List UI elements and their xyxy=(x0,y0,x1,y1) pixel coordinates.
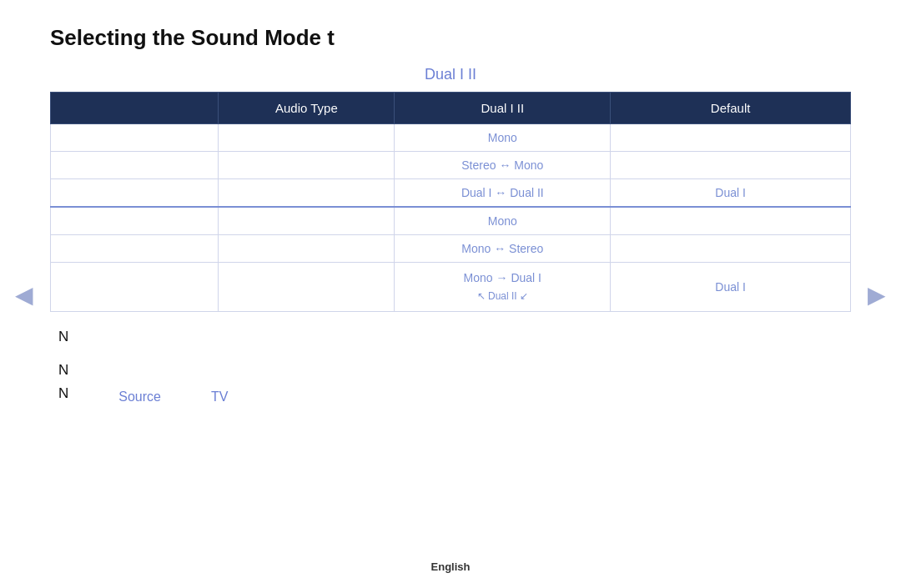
cell-row4-col3: Mono xyxy=(395,207,611,235)
nav-arrow-right[interactable]: ▶ xyxy=(868,280,886,308)
cell-row2-col1 xyxy=(51,152,219,179)
cell-row2-col3: Stereo ↔ Mono xyxy=(395,152,611,179)
page-subtitle: Dual I II xyxy=(50,66,851,83)
cell-row2-col4 xyxy=(611,152,851,179)
sound-mode-table: Audio Type Dual I II Default Mono Stereo… xyxy=(50,92,851,312)
table-row: Mono ↔ Stereo xyxy=(51,235,851,263)
notes-section: N N N Source TV xyxy=(58,329,851,409)
note-line-1: N xyxy=(58,329,851,345)
note-line-3: N xyxy=(58,385,68,402)
table-row: Dual I ↔ Dual II Dual I xyxy=(51,179,851,208)
table-row: Mono → Dual I ↖ Dual II ↙ Dual I xyxy=(51,263,851,312)
col-header-1 xyxy=(51,93,219,124)
col-header-dual: Dual I II xyxy=(395,93,611,124)
note-line-3-wrapper: N Source TV xyxy=(58,385,851,409)
cell-row6-col2 xyxy=(219,263,395,312)
cell-row1-col3: Mono xyxy=(395,124,611,152)
cell-row3-col4: Dual I xyxy=(611,179,851,208)
cell-row5-col3: Mono ↔ Stereo xyxy=(395,235,611,263)
col-header-default: Default xyxy=(611,93,851,124)
cell-row5-col4 xyxy=(611,235,851,263)
nav-arrow-left[interactable]: ◀ xyxy=(15,280,33,308)
col-header-audio-type: Audio Type xyxy=(219,93,395,124)
page-title: Selecting the Sound Mode t xyxy=(50,25,851,51)
table-row: Mono xyxy=(51,207,851,235)
page-container: ◀ ▶ Selecting the Sound Mode t Dual I II… xyxy=(0,0,901,588)
cell-row6-col4: Dual I xyxy=(611,263,851,312)
table-row: Mono xyxy=(51,124,851,152)
cell-row6-col3: Mono → Dual I ↖ Dual II ↙ xyxy=(395,263,611,312)
footer-language: English xyxy=(431,560,471,573)
tv-label: TV xyxy=(211,389,228,405)
cell-row3-col2 xyxy=(219,179,395,208)
cell-row1-col2 xyxy=(219,124,395,152)
cell-row5-col1 xyxy=(51,235,219,263)
note-line-2: N xyxy=(58,362,851,379)
cell-row5-col2 xyxy=(219,235,395,263)
source-label: Source xyxy=(118,389,161,405)
table-row: Stereo ↔ Mono xyxy=(51,152,851,179)
cell-row6-col1 xyxy=(51,263,219,312)
cell-row4-col4 xyxy=(611,207,851,235)
cell-row3-col3: Dual I ↔ Dual II xyxy=(395,179,611,208)
cell-row3-col1 xyxy=(51,179,219,208)
cell-row1-col1 xyxy=(51,124,219,152)
cell-row2-col2 xyxy=(219,152,395,179)
cell-row4-col2 xyxy=(219,207,395,235)
cell-row1-col4 xyxy=(611,124,851,152)
cell-row4-col1 xyxy=(51,207,219,235)
